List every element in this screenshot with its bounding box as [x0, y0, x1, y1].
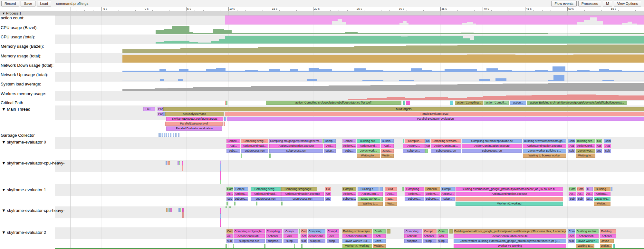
counter-track-sys-load[interactable] [0, 82, 644, 91]
trace-event-bar[interactable]: Compiling src/main/cpp/blaze.cc [462, 139, 522, 143]
trace-event-bar[interactable] [387, 229, 390, 234]
trace-event-bar[interactable]: Compilin... [425, 187, 440, 191]
trace-event-bar[interactable]: subp... [342, 149, 356, 153]
trace-event-bar[interactable]: ActionContinuation.execute [523, 144, 566, 148]
trace-event-bar[interactable]: Waitin... [600, 244, 612, 248]
trace-event-bar[interactable]: subproc... [308, 239, 325, 243]
trace-event-bar[interactable] [456, 197, 563, 201]
trace-event-bar[interactable] [449, 229, 453, 234]
trace-event-bar[interactable] [241, 154, 242, 158]
trace-event-bar[interactable]: skyframeExecutor.configureTargets [166, 117, 223, 121]
track-label-collapsible[interactable]: ▼ Main Thread [2, 107, 30, 112]
trace-event-bar[interactable] [224, 122, 225, 126]
trace-event-bar[interactable]: Compiling src/g... [241, 139, 268, 143]
trace-event-bar[interactable]: subp... [324, 149, 336, 153]
trace-event-bar[interactable] [406, 101, 410, 105]
trace-event-bar[interactable]: Waiting to borrow worker [523, 154, 566, 158]
trace-event-bar[interactable]: subproc... [425, 197, 440, 201]
track-label-collapsible[interactable]: ▼ skyframe-evaluator 2 [2, 230, 46, 235]
trace-event-bar[interactable]: ActionContinuati... [342, 234, 372, 238]
trace-event-bar[interactable] [226, 206, 227, 208]
trace-event-bar[interactable]: subp... [437, 239, 448, 243]
trace-event-bar[interactable]: subp... [441, 197, 455, 201]
trace-event-bar[interactable]: Compiling src/google... [234, 229, 265, 234]
trace-event-bar[interactable]: sub [226, 239, 233, 243]
trace-event-bar[interactable]: Par [158, 107, 163, 111]
trace-event-bar[interactable]: Com [301, 229, 307, 234]
trace-event-bar[interactable] [611, 187, 612, 191]
save-button[interactable]: Save [21, 1, 35, 6]
trace-event-bar[interactable]: subprocess.run [251, 197, 281, 201]
trace-event-bar[interactable] [170, 133, 171, 137]
trace-event-bar[interactable] [220, 208, 221, 214]
trace-event-bar[interactable]: Com [226, 187, 233, 191]
trace-event-bar[interactable] [220, 214, 221, 219]
trace-event-bar[interactable]: Compiling ... [405, 187, 424, 191]
trace-event-bar[interactable]: ActionContinuati... [241, 144, 268, 148]
track-label-collapsible[interactable]: ▼ skyframe-evaluator-cpu-heavy- [2, 208, 65, 213]
trace-event-bar[interactable]: Compil... [327, 229, 339, 234]
trace-event-bar[interactable]: ActionContinuati... [431, 144, 461, 148]
trace-event-bar[interactable]: Javac... [381, 149, 394, 153]
trace-event-bar[interactable]: Javac worker... [576, 239, 599, 243]
trace-event-bar[interactable] [159, 133, 160, 137]
trace-event-bar[interactable]: ActionConti... [576, 234, 599, 238]
trace-event-bar[interactable]: Com [569, 187, 576, 191]
trace-event-bar[interactable]: Lau... [143, 107, 155, 111]
trace-event-bar[interactable] [220, 171, 221, 180]
trace-event-bar[interactable]: Acti... [284, 234, 298, 238]
trace-event-bar[interactable]: Waiting to... [357, 154, 380, 158]
trace-event-bar[interactable]: ActionConti... [358, 192, 383, 196]
trace-event-bar[interactable]: Parallel Evaluator evaluation [227, 117, 644, 121]
trace-event-bar[interactable] [169, 161, 170, 165]
trace-event-bar[interactable]: ActionC... [441, 192, 455, 196]
counter-track-mem-total[interactable] [0, 54, 644, 63]
trace-event-bar[interactable]: Compilin... [405, 139, 425, 143]
trace-event-bar[interactable]: Act [568, 234, 575, 238]
trace-event-bar[interactable] [380, 187, 383, 191]
load-button[interactable]: Load [37, 1, 51, 6]
trace-event-bar[interactable]: ActionConti... [357, 144, 380, 148]
trace-event-bar[interactable]: ActionConti... [308, 234, 325, 238]
trace-event-bar[interactable]: ActionC... [342, 192, 356, 196]
trace-event-bar[interactable]: Acti... [226, 144, 240, 148]
trace-event-bar[interactable]: Javac wo... [594, 197, 610, 201]
trace-event-bar[interactable]: sub [301, 239, 307, 243]
trace-event-bar[interactable]: Parallel Evaluator evaluation [166, 126, 222, 131]
trace-event-bar[interactable]: ActionContinuation.execute [462, 144, 522, 148]
trace-event-bar[interactable]: Acti... [385, 192, 397, 196]
trace-event-bar[interactable]: sub [577, 197, 584, 201]
trace-event-bar[interactable]: subproc... [266, 239, 282, 243]
counter-track-cpu-bazel[interactable] [0, 25, 644, 34]
counter-track-workers-mem[interactable] [0, 92, 644, 100]
trace-event-bar[interactable]: Compiling src/google/protobuf/generat... [269, 139, 322, 143]
record-button[interactable]: Record [1, 1, 19, 6]
trace-event-bar[interactable] [264, 244, 265, 248]
trace-event-bar[interactable] [166, 208, 168, 212]
trace-event-bar[interactable]: ActionC... [404, 234, 422, 238]
trace-event-bar[interactable]: Compili... [342, 187, 356, 191]
trace-event-bar[interactable] [224, 117, 226, 121]
trace-event-bar[interactable] [182, 161, 183, 165]
trace-event-bar[interactable]: Compiling src/google... [281, 187, 317, 191]
trace-event-bar[interactable]: buildTargets [163, 107, 644, 111]
trace-event-bar[interactable]: Compil... [234, 187, 248, 191]
trace-event-bar[interactable]: Building src/ma... [576, 229, 599, 234]
trace-event-bar[interactable]: subproc... [403, 149, 425, 153]
trace-event-bar[interactable] [220, 180, 221, 184]
trace-event-bar[interactable] [220, 164, 221, 171]
trace-event-bar[interactable]: Waitin... [594, 202, 610, 206]
trace-event-bar[interactable]: subproc... [404, 239, 422, 243]
trace-event-bar[interactable]: action 'Building src/main/java/com/googl… [527, 101, 627, 105]
trace-event-bar[interactable] [403, 101, 405, 105]
trace-event-bar[interactable]: Com [568, 139, 575, 143]
trace-event-bar[interactable]: Building src/main/jav... [342, 229, 372, 234]
trace-event-bar[interactable]: Worker #3 working [454, 244, 566, 248]
trace-event-bar[interactable]: Compil... [441, 187, 455, 191]
trace-event-bar[interactable]: Compiling... [404, 229, 422, 234]
trace-event-bar[interactable]: ActionContinuation.execute [281, 192, 324, 196]
trace-event-bar[interactable]: subprocess.run [241, 149, 268, 153]
trace-event-bar[interactable]: Compil... [342, 139, 356, 143]
trace-event-bar[interactable]: Acti... [373, 234, 386, 238]
trace-event-bar[interactable]: ActionContinuation.execute [454, 234, 566, 238]
